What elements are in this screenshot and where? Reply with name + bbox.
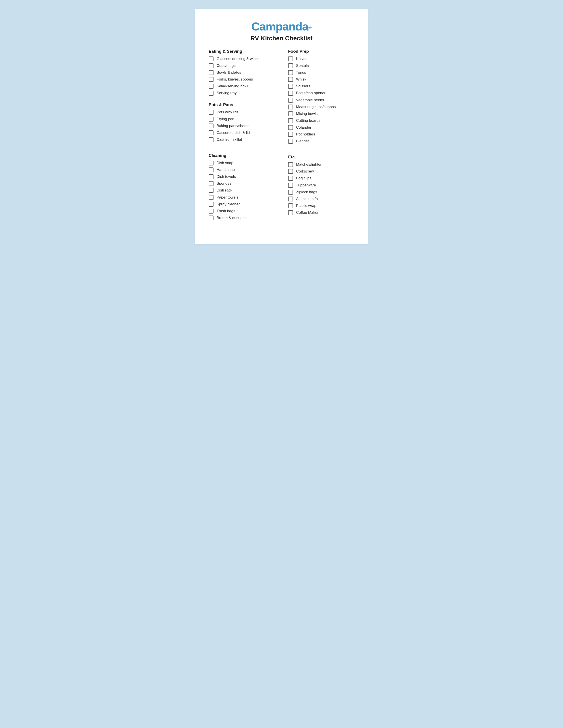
right-column: Food Prep Knives Spatula Tongs Whisk (282, 49, 354, 231)
item-label: Paper towels (216, 195, 238, 200)
list-item: Tongs (288, 70, 354, 75)
checkbox[interactable] (288, 111, 293, 116)
checkbox[interactable] (209, 130, 213, 135)
list-item: Salad/serving bowl (209, 84, 275, 89)
list-item: Baking pans/sheets (209, 124, 275, 128)
item-label: Vegetable peeler (296, 98, 324, 103)
list-item: Bottle/can opener (288, 91, 354, 96)
checkbox[interactable] (288, 63, 293, 68)
checkbox[interactable] (209, 84, 213, 89)
item-label: Corkscrew (296, 169, 314, 174)
item-label: Mixing bowls (296, 111, 318, 116)
left-column: Eating & Serving Glasses: drinking & win… (209, 49, 282, 231)
list-item: Casserole dish & lid (209, 130, 275, 135)
list-item: Mixing bowls (288, 111, 354, 116)
checkbox[interactable] (209, 209, 213, 214)
list-item: Dish rack (209, 188, 275, 193)
checkbox[interactable] (288, 183, 293, 188)
section-etc: Etc. Matches/lighter Corkscrew Bag clips… (288, 155, 354, 215)
checkbox[interactable] (288, 118, 293, 123)
item-label: Bag clips (296, 176, 311, 181)
item-label: Spray cleaner (216, 202, 240, 207)
item-label: Glasses: drinking & wine (216, 56, 258, 61)
checkbox[interactable] (288, 91, 293, 96)
checkbox[interactable] (209, 77, 213, 82)
list-item: Hand soap (209, 167, 275, 172)
item-label: Pots with lids (216, 110, 238, 115)
checkbox[interactable] (288, 190, 293, 195)
checkbox[interactable] (209, 124, 213, 128)
list-item: Broom & dust pan (209, 216, 275, 220)
checkbox[interactable] (288, 84, 293, 89)
item-label: Hand soap (216, 167, 235, 172)
list-item: Cutting boards (288, 118, 354, 123)
checkbox[interactable] (209, 63, 213, 68)
section-eating-serving: Eating & Serving Glasses: drinking & win… (209, 49, 275, 96)
checkbox[interactable] (288, 132, 293, 137)
page: Campanda® RV Kitchen Checklist Eating & … (195, 9, 368, 244)
checkbox[interactable] (288, 176, 293, 181)
item-label: Ziplock bags (296, 190, 317, 195)
checkbox[interactable] (288, 210, 293, 215)
item-label: Dish towels (216, 174, 236, 179)
checkbox[interactable] (209, 202, 213, 207)
item-label: Matches/lighter (296, 162, 322, 167)
list-item: Vegetable peeler (288, 98, 354, 103)
checkbox[interactable] (209, 70, 213, 75)
list-item: Dish soap (209, 161, 275, 165)
checkbox[interactable] (209, 195, 213, 200)
item-label: Scissors (296, 84, 310, 89)
checkbox[interactable] (209, 137, 213, 142)
item-label: Cast iron skillet (216, 137, 242, 142)
checkbox[interactable] (288, 77, 293, 82)
checkbox[interactable] (288, 98, 293, 103)
list-item: Sponges (209, 181, 275, 186)
item-label: Tongs (296, 70, 306, 75)
list-item: Bag clips (288, 176, 354, 181)
checkbox[interactable] (288, 169, 293, 174)
checkbox[interactable] (209, 167, 213, 172)
item-label: Cups/mugs (216, 63, 235, 68)
checkbox[interactable] (209, 117, 213, 122)
checkbox[interactable] (288, 139, 293, 144)
list-item: Whisk (288, 77, 354, 82)
checkbox[interactable] (209, 91, 213, 96)
list-item: Plastic wrap (288, 203, 354, 208)
list-item: Ziplock bags (288, 190, 354, 195)
item-label: Dish rack (216, 188, 232, 193)
list-item: Serving tray (209, 91, 275, 96)
checkbox[interactable] (288, 203, 293, 208)
list-item: Bowls & plates (209, 70, 275, 75)
section-cleaning: Cleaning Dish soap Hand soap Dish towels… (209, 153, 275, 220)
checkbox[interactable] (209, 188, 213, 193)
checkbox[interactable] (209, 174, 213, 179)
checkbox[interactable] (288, 105, 293, 109)
item-label: Serving tray (216, 91, 237, 96)
section-title-cleaning: Cleaning (209, 153, 275, 158)
section-title-eating-serving: Eating & Serving (209, 49, 275, 54)
checkbox[interactable] (209, 216, 213, 220)
checkbox[interactable] (288, 70, 293, 75)
list-item: Knives (288, 56, 354, 61)
logo-text: Campanda (251, 20, 309, 33)
checkbox[interactable] (209, 56, 213, 61)
checkbox[interactable] (288, 56, 293, 61)
list-item: Colander (288, 125, 354, 130)
section-pots-pans: Pots & Pans Pots with lids Frying pan Ba… (209, 102, 275, 142)
checkbox[interactable] (209, 110, 213, 115)
item-label: Coffee Maker (296, 210, 319, 215)
checkbox[interactable] (209, 161, 213, 165)
checkbox[interactable] (288, 162, 293, 167)
item-label: Measuring cups/spoons (296, 105, 336, 109)
item-label: Trash bags (216, 209, 235, 214)
item-label: Spatula (296, 63, 309, 68)
list-item: Dish towels (209, 174, 275, 179)
item-label: Pot holders (296, 132, 315, 137)
checkbox[interactable] (288, 125, 293, 130)
item-label: Bowls & plates (216, 70, 241, 75)
checkbox[interactable] (209, 181, 213, 186)
item-label: Dish soap (216, 161, 233, 165)
list-item: Scissors (288, 84, 354, 89)
checkbox[interactable] (288, 197, 293, 201)
item-label: Aluminium foil (296, 197, 320, 201)
